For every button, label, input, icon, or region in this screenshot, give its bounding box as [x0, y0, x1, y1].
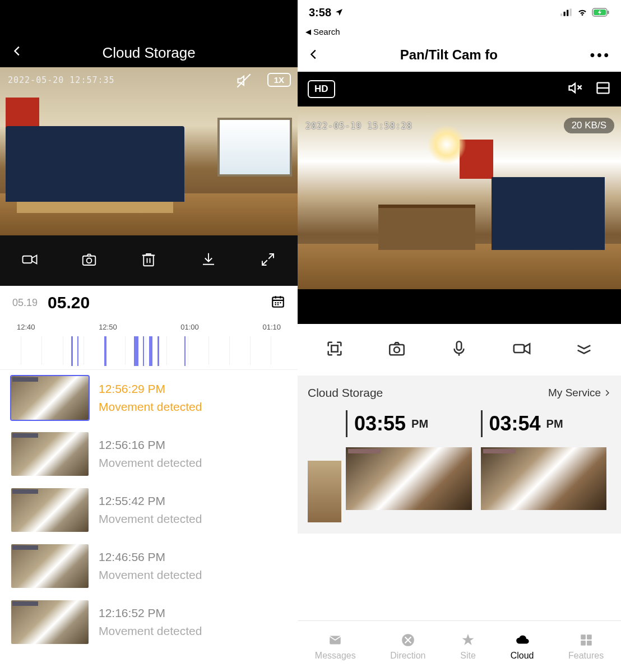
event-time: 12:55:42 PM [99, 494, 202, 508]
svg-point-20 [394, 347, 400, 353]
svg-rect-22 [514, 345, 524, 353]
tab-cloud[interactable]: Cloud [511, 633, 534, 661]
wifi-icon [576, 7, 588, 17]
left-header: Cloud Storage [0, 0, 298, 67]
event-description: Movement detected [99, 456, 202, 470]
clip-ampm: PM [546, 418, 563, 430]
camera-title: Pan/Tilt Cam fo [308, 47, 590, 63]
live-video[interactable]: 2022-05-19 15:58:28 20 KB/S [298, 106, 621, 289]
svg-rect-1 [23, 256, 32, 263]
download-icon[interactable] [200, 251, 217, 270]
video-playback[interactable]: 2022-05-20 12:57:35 1X [0, 67, 298, 235]
cloud-section: Cloud Storage My Service 03:55 PM 03:54 … [298, 376, 621, 534]
video-timestamp: 2022-05-19 15:58:28 [305, 121, 413, 131]
left-phone: Cloud Storage 2022-05-20 12:57:35 1X 05.… [0, 0, 298, 672]
tab-messages[interactable]: Messages [315, 633, 356, 661]
tab-site[interactable]: Site [460, 633, 476, 661]
live-video-area: HD 2022-05-19 15:58:28 20 KB/S [298, 72, 621, 324]
speed-indicator[interactable]: 1X [267, 73, 291, 87]
search-return[interactable]: ◀ Search [298, 25, 621, 38]
svg-rect-19 [390, 345, 404, 355]
svg-rect-25 [581, 634, 586, 639]
record-icon[interactable] [512, 339, 531, 360]
svg-rect-28 [587, 641, 592, 646]
more-icon[interactable]: ••• [590, 47, 611, 63]
event-item[interactable]: 12:55:42 PM Movement detected [0, 482, 298, 538]
event-thumbnail [11, 488, 89, 532]
microphone-icon[interactable] [449, 339, 469, 360]
status-time: 3:58 [309, 6, 331, 19]
event-time: 12:46:56 PM [99, 550, 202, 564]
clip-item[interactable]: 03:54 PM [476, 410, 611, 510]
snapshot-icon[interactable] [387, 339, 406, 360]
location-icon [335, 8, 344, 17]
mute-icon[interactable] [236, 73, 252, 92]
svg-rect-3 [83, 256, 96, 265]
mute-icon[interactable] [555, 80, 583, 98]
my-service-link[interactable]: My Service [548, 387, 611, 399]
event-thumbnail [11, 600, 89, 644]
video-toolbar [0, 235, 298, 286]
event-description: Movement detected [99, 512, 202, 526]
video-timestamp: 2022-05-20 12:57:35 [8, 75, 115, 85]
clip-item[interactable]: 03:55 PM [341, 410, 476, 510]
event-list[interactable]: 12:56:29 PM Movement detected 12:56:16 P… [0, 370, 298, 672]
clip-thumbnail [346, 447, 472, 510]
svg-rect-9 [567, 10, 568, 16]
date-active[interactable]: 05.20 [48, 293, 90, 312]
event-description: Movement detected [99, 624, 202, 638]
fullscreen-icon[interactable] [325, 339, 344, 360]
svg-rect-10 [570, 8, 572, 16]
event-item[interactable]: 12:56:29 PM Movement detected [0, 370, 298, 426]
event-item[interactable]: 12:56:16 PM Movement detected [0, 426, 298, 482]
clip-thumbnail [481, 447, 607, 510]
cloud-label: Cloud Storage [308, 386, 383, 400]
svg-rect-21 [457, 341, 462, 350]
event-description: Movement detected [99, 400, 202, 414]
event-description: Movement detected [99, 568, 202, 582]
snapshot-icon[interactable] [81, 251, 98, 270]
svg-rect-27 [581, 641, 586, 646]
date-prev[interactable]: 05.19 [12, 297, 38, 309]
svg-rect-8 [564, 12, 566, 16]
event-thumbnail [11, 376, 89, 420]
event-thumbnail [11, 544, 89, 588]
right-phone: 3:58 ◀ Search Pan/Tilt Cam fo ••• HD [298, 0, 621, 672]
timeline-label: 01:00 [180, 323, 199, 331]
svg-marker-2 [32, 256, 37, 264]
clip-preview-edge[interactable] [308, 461, 341, 522]
quality-toggle[interactable]: HD [308, 80, 335, 98]
tab-features[interactable]: Features [568, 633, 604, 661]
battery-icon [592, 8, 610, 17]
page-title: Cloud Storage [11, 44, 286, 62]
data-rate: 20 KB/S [564, 118, 614, 133]
status-bar: 3:58 [298, 0, 621, 25]
timeline-label: 12:50 [99, 323, 117, 331]
timeline-label: 12:40 [17, 323, 35, 331]
event-time: 12:16:52 PM [99, 606, 202, 620]
fullscreen-icon[interactable] [259, 251, 276, 270]
expand-icon[interactable] [574, 339, 594, 360]
svg-marker-23 [524, 344, 530, 354]
signal-icon [560, 8, 573, 16]
svg-rect-18 [331, 345, 337, 351]
control-bar [298, 324, 621, 376]
calendar-icon[interactable] [271, 294, 285, 311]
event-thumbnail [11, 432, 89, 476]
svg-rect-13 [608, 11, 609, 14]
timeline[interactable]: 12:40 12:50 01:00 01:10 [0, 319, 298, 370]
tab-bar: Messages Direction Site Cloud Features [298, 620, 621, 672]
event-time: 12:56:29 PM [99, 382, 202, 396]
event-item[interactable]: 12:16:52 PM Movement detected [0, 594, 298, 650]
timeline-label: 01:10 [262, 323, 281, 331]
tab-direction[interactable]: Direction [390, 633, 425, 661]
event-item[interactable]: 12:46:56 PM Movement detected [0, 538, 298, 594]
record-icon[interactable] [21, 251, 38, 270]
delete-icon[interactable] [140, 251, 157, 270]
right-header: Pan/Tilt Cam fo ••• [298, 38, 621, 72]
svg-rect-7 [560, 13, 562, 16]
svg-rect-5 [144, 256, 154, 266]
svg-rect-26 [587, 634, 592, 639]
event-time: 12:56:16 PM [99, 438, 202, 452]
multiview-icon[interactable] [583, 80, 611, 98]
